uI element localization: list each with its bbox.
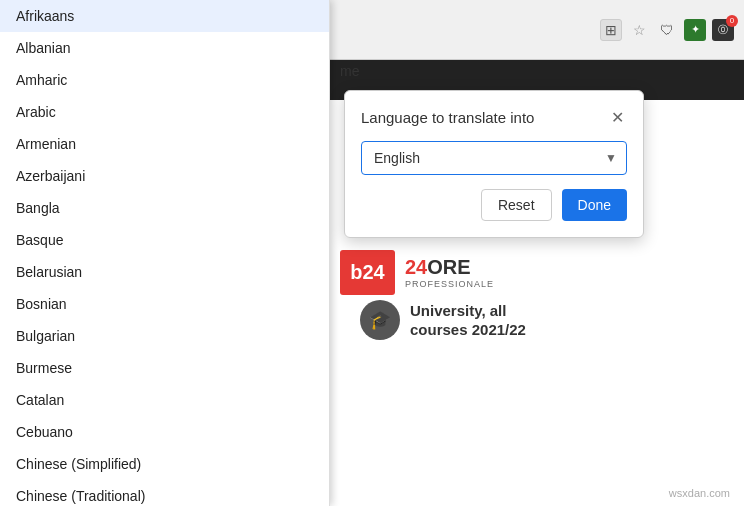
close-button[interactable]: ✕ (607, 107, 627, 127)
language-dropdown-list[interactable]: AfrikaansAlbanianAmharicArabicArmenianAz… (0, 0, 330, 506)
translate-icon[interactable]: ⊞ (600, 19, 622, 41)
ore-logo: 24 ORE PROFESSIONALE (405, 256, 494, 289)
list-item[interactable]: Afrikaans (0, 0, 329, 32)
translate-dialog: Language to translate into ✕ EnglishDutc… (344, 90, 644, 238)
page-title-partial: me (340, 63, 359, 79)
list-item[interactable]: Catalan (0, 384, 329, 416)
list-item[interactable]: Azerbaijani (0, 160, 329, 192)
list-item[interactable]: Belarusian (0, 256, 329, 288)
list-item[interactable]: Bosnian (0, 288, 329, 320)
shield-icon[interactable]: 🛡 (656, 19, 678, 41)
list-item[interactable]: Amharic (0, 64, 329, 96)
dialog-title: Language to translate into (361, 109, 534, 126)
list-item[interactable]: Albanian (0, 32, 329, 64)
logos-area: b24 24 ORE PROFESSIONALE (340, 250, 494, 295)
list-item[interactable]: Burmese (0, 352, 329, 384)
list-item[interactable]: Bulgarian (0, 320, 329, 352)
list-item[interactable]: Arabic (0, 96, 329, 128)
list-item[interactable]: Bangla (0, 192, 329, 224)
list-item[interactable]: Chinese (Traditional) (0, 480, 329, 506)
ext1-icon[interactable]: ✦ (684, 19, 706, 41)
list-item[interactable]: Armenian (0, 128, 329, 160)
language-select-wrapper: EnglishDutchCroatianFrenchGermanSpanishI… (361, 141, 627, 175)
list-item[interactable]: Basque (0, 224, 329, 256)
dialog-header: Language to translate into ✕ (361, 107, 627, 127)
list-item[interactable]: Cebuano (0, 416, 329, 448)
university-icon: 🎓 (360, 300, 400, 340)
b24-logo: b24 (340, 250, 395, 295)
watermark: wsxdan.com (665, 486, 734, 500)
browser-icons: ⊞ ☆ 🛡 ✦ ⓪ 0 (600, 19, 734, 41)
language-select[interactable]: EnglishDutchCroatianFrenchGermanSpanishI… (361, 141, 627, 175)
star-icon[interactable]: ☆ (628, 19, 650, 41)
university-text: University, all courses 2021/22 (410, 301, 526, 340)
reset-button[interactable]: Reset (481, 189, 552, 221)
ext2-icon[interactable]: ⓪ 0 (712, 19, 734, 41)
dialog-buttons: Reset Done (361, 189, 627, 221)
list-item[interactable]: Chinese (Simplified) (0, 448, 329, 480)
done-button[interactable]: Done (562, 189, 627, 221)
university-section: 🎓 University, all courses 2021/22 (360, 290, 526, 340)
